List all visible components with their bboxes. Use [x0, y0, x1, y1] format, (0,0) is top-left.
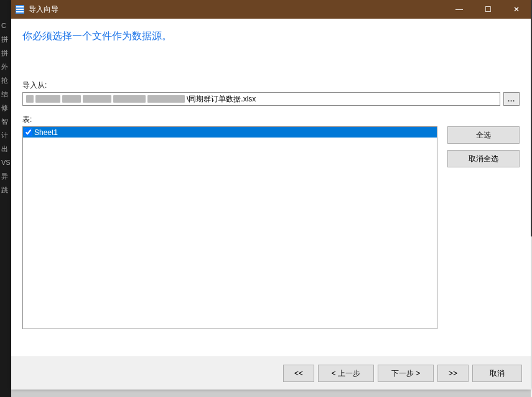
redacted-segment: [35, 95, 60, 103]
redacted-segment: [113, 95, 146, 103]
next-button[interactable]: 下一步 >: [378, 365, 434, 382]
next-button-label: 下一步 >: [391, 368, 420, 379]
redacted-segment: [26, 95, 34, 103]
background-sidebar: C拼拼外抢结修智计出VS异跳: [0, 0, 11, 397]
svg-rect-1: [16, 6, 24, 7]
redacted-segment: [62, 95, 81, 103]
app-icon: [15, 4, 25, 14]
close-button[interactable]: ✕: [502, 0, 531, 19]
import-path-visible: \同期群订单数据.xlsx: [187, 94, 256, 105]
svg-rect-3: [16, 11, 24, 12]
maximize-button[interactable]: ☐: [474, 0, 502, 19]
background-bottom-strip: [11, 390, 531, 397]
last-button[interactable]: >>: [437, 365, 469, 382]
redacted-segment: [147, 95, 185, 103]
titlebar: 导入向导 — ☐ ✕: [11, 0, 531, 19]
browse-button-label: ...: [508, 95, 515, 103]
deselect-all-button[interactable]: 取消全选: [447, 150, 520, 167]
list-item-checkbox[interactable]: [24, 128, 32, 136]
last-button-label: >>: [449, 369, 457, 378]
select-all-label: 全选: [476, 130, 491, 141]
select-all-button[interactable]: 全选: [447, 126, 520, 144]
redacted-segment: [83, 95, 111, 103]
cancel-button-label: 取消: [490, 368, 505, 379]
import-from-row: \同期群订单数据.xlsx ...: [22, 92, 520, 106]
wizard-heading: 你必须选择一个文件作为数据源。: [22, 30, 520, 43]
tables-row: Sheet1 全选 取消全选: [22, 126, 520, 357]
window-title: 导入向导: [29, 4, 445, 15]
deselect-all-label: 取消全选: [469, 154, 498, 164]
browse-button[interactable]: ...: [503, 92, 520, 106]
content-area: 你必须选择一个文件作为数据源。 导入从: \同期群订单数据.xlsx ... 表…: [11, 19, 531, 357]
minimize-button[interactable]: —: [445, 0, 474, 19]
first-button[interactable]: <<: [283, 365, 314, 382]
tables-listbox[interactable]: Sheet1: [22, 126, 437, 329]
svg-rect-2: [16, 9, 24, 10]
close-icon: ✕: [513, 5, 520, 14]
list-item-label: Sheet1: [34, 128, 436, 137]
prev-button[interactable]: < 上一步: [318, 365, 374, 382]
window-controls: — ☐ ✕: [445, 0, 531, 19]
maximize-icon: ☐: [485, 5, 492, 14]
minimize-icon: —: [455, 5, 463, 14]
cancel-button[interactable]: 取消: [472, 365, 522, 382]
import-from-label: 导入从:: [22, 80, 520, 91]
wizard-footer: << < 上一步 下一步 > >> 取消: [11, 357, 531, 390]
import-wizard-window: 导入向导 — ☐ ✕ 你必须选择一个文件作为数据源。 导入从: \同: [11, 0, 531, 390]
tables-label: 表:: [22, 114, 520, 125]
list-item[interactable]: Sheet1: [23, 127, 437, 138]
first-button-label: <<: [294, 369, 303, 378]
prev-button-label: < 上一步: [332, 368, 360, 379]
import-path-input[interactable]: \同期群订单数据.xlsx: [22, 92, 500, 106]
selection-buttons: 全选 取消全选: [447, 126, 520, 357]
